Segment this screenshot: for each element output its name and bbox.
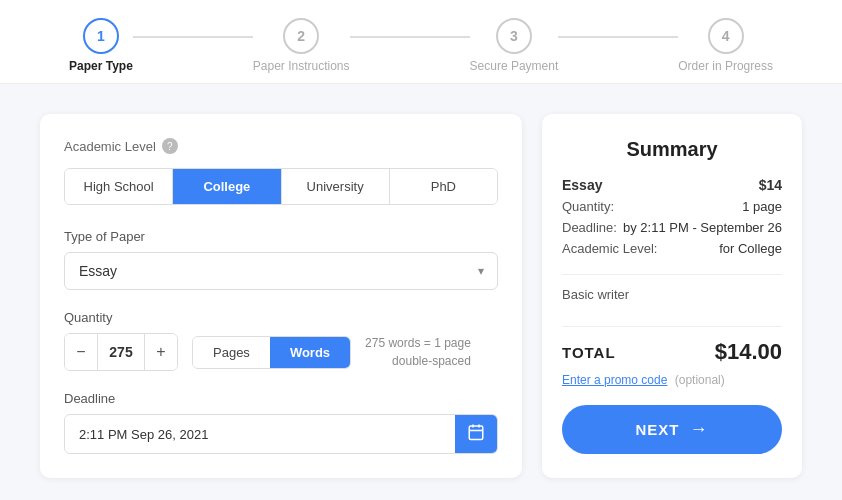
academic-level-buttons: High School College University PhD bbox=[64, 168, 498, 205]
acad-btn-university[interactable]: University bbox=[282, 169, 390, 204]
stepper: 1 Paper Type 2 Paper Instructions 3 Secu… bbox=[0, 0, 842, 84]
svg-rect-0 bbox=[469, 426, 483, 440]
right-panel: Summary Essay $14 Quantity: 1 page Deadl… bbox=[542, 114, 802, 478]
promo-optional-label: (optional) bbox=[675, 373, 725, 387]
summary-deadline-value: by 2:11 PM - September 26 bbox=[623, 220, 782, 235]
summary-academic-row: Academic Level: for College bbox=[562, 241, 782, 256]
deadline-label: Deadline bbox=[64, 391, 498, 406]
summary-essay-price: $14 bbox=[759, 177, 782, 193]
calendar-icon-button[interactable] bbox=[455, 415, 497, 453]
deadline-section: Deadline bbox=[64, 391, 498, 454]
type-of-paper-section: Type of Paper Essay Research Paper Term … bbox=[64, 229, 498, 290]
next-button-label: NEXT bbox=[635, 421, 679, 438]
summary-top-row: Essay $14 bbox=[562, 177, 782, 193]
step-label-1: Paper Type bbox=[69, 59, 133, 73]
summary-academic-label: Academic Level: bbox=[562, 241, 657, 256]
step-line-1 bbox=[133, 36, 253, 38]
step-circle-4: 4 bbox=[708, 18, 744, 54]
quantity-note: 275 words = 1 pagedouble-spaced bbox=[365, 334, 471, 370]
quantity-control: − 275 + bbox=[64, 333, 178, 371]
quantity-section: Quantity − 275 + Pages Words 275 words =… bbox=[64, 310, 498, 371]
calendar-icon bbox=[467, 423, 485, 441]
total-label: TOTAL bbox=[562, 344, 616, 361]
unit-words-button[interactable]: Words bbox=[270, 337, 350, 368]
step-circle-1: 1 bbox=[83, 18, 119, 54]
summary-quantity-label: Quantity: bbox=[562, 199, 614, 214]
main-layout: Academic Level ? High School College Uni… bbox=[0, 84, 842, 500]
promo-code-link[interactable]: Enter a promo code bbox=[562, 373, 667, 387]
unit-pages-button[interactable]: Pages bbox=[193, 337, 270, 368]
acad-btn-phd[interactable]: PhD bbox=[390, 169, 497, 204]
quantity-decrement-button[interactable]: − bbox=[65, 334, 97, 370]
step-1: 1 Paper Type bbox=[69, 18, 133, 73]
summary-academic-value: for College bbox=[719, 241, 782, 256]
step-label-3: Secure Payment bbox=[470, 59, 559, 73]
promo-row: Enter a promo code (optional) bbox=[562, 373, 782, 387]
summary-quantity-value: 1 page bbox=[742, 199, 782, 214]
quantity-increment-button[interactable]: + bbox=[145, 334, 177, 370]
total-price: $14.00 bbox=[715, 339, 782, 365]
deadline-input-row bbox=[64, 414, 498, 454]
type-of-paper-label: Type of Paper bbox=[64, 229, 498, 244]
deadline-input[interactable] bbox=[65, 417, 455, 452]
type-of-paper-select[interactable]: Essay Research Paper Term Paper Thesis D… bbox=[64, 252, 498, 290]
quantity-value: 275 bbox=[97, 334, 145, 370]
step-circle-3: 3 bbox=[496, 18, 532, 54]
summary-divider-2 bbox=[562, 326, 782, 327]
academic-level-section: Academic Level ? bbox=[64, 138, 498, 154]
summary-title: Summary bbox=[562, 138, 782, 161]
step-line-3 bbox=[558, 36, 678, 38]
quantity-row: − 275 + Pages Words 275 words = 1 pagedo… bbox=[64, 333, 498, 371]
left-panel: Academic Level ? High School College Uni… bbox=[40, 114, 522, 478]
next-button[interactable]: NEXT → bbox=[562, 405, 782, 454]
summary-divider bbox=[562, 274, 782, 275]
quantity-label: Quantity bbox=[64, 310, 498, 325]
acad-btn-college[interactable]: College bbox=[173, 169, 281, 204]
basic-writer-label: Basic writer bbox=[562, 287, 782, 302]
step-label-4: Order in Progress bbox=[678, 59, 773, 73]
step-4: 4 Order in Progress bbox=[678, 18, 773, 73]
acad-btn-highschool[interactable]: High School bbox=[65, 169, 173, 204]
total-row: TOTAL $14.00 bbox=[562, 339, 782, 365]
help-icon[interactable]: ? bbox=[162, 138, 178, 154]
unit-toggle: Pages Words bbox=[192, 336, 351, 369]
step-label-2: Paper Instructions bbox=[253, 59, 350, 73]
step-2: 2 Paper Instructions bbox=[253, 18, 350, 73]
step-3: 3 Secure Payment bbox=[470, 18, 559, 73]
type-select-wrapper: Essay Research Paper Term Paper Thesis D… bbox=[64, 252, 498, 290]
summary-deadline-row: Deadline: by 2:11 PM - September 26 bbox=[562, 220, 782, 235]
summary-quantity-row: Quantity: 1 page bbox=[562, 199, 782, 214]
arrow-right-icon: → bbox=[690, 419, 709, 440]
summary-deadline-label: Deadline: bbox=[562, 220, 617, 235]
academic-level-label: Academic Level bbox=[64, 139, 156, 154]
step-line-2 bbox=[350, 36, 470, 38]
step-circle-2: 2 bbox=[283, 18, 319, 54]
summary-essay-label: Essay bbox=[562, 177, 602, 193]
